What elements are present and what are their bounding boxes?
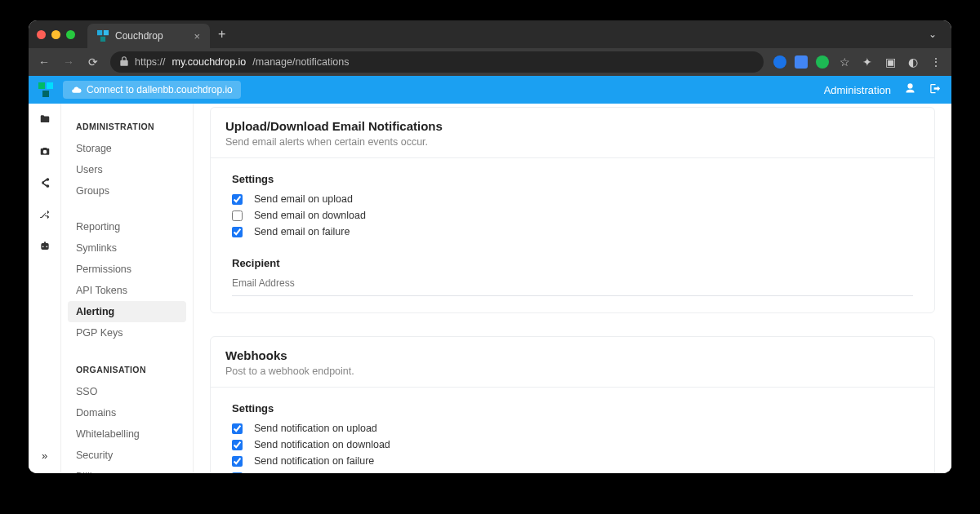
close-window-icon[interactable] xyxy=(37,30,46,39)
svg-rect-5 xyxy=(42,91,49,97)
extension-icons: ☆ ✦ ▣ ◐ ⋮ xyxy=(773,55,943,69)
browser-window: Couchdrop × + ⌄ ← → ⟳ https://my.couchdr… xyxy=(29,20,951,473)
recipient-input[interactable] xyxy=(232,274,913,296)
camera-icon[interactable] xyxy=(39,145,51,159)
webhook-option-label: Send notification on failure xyxy=(254,455,374,467)
webhook-option-label: Send notification on download xyxy=(254,439,390,450)
address-bar: ← → ⟳ https://my.couchdrop.io/manage/not… xyxy=(29,48,951,76)
email-option-checkbox[interactable] xyxy=(232,227,243,237)
url-input[interactable]: https://my.couchdrop.io/manage/notificat… xyxy=(110,51,764,73)
maximize-window-icon[interactable] xyxy=(66,30,75,39)
bookmark-icon[interactable]: ☆ xyxy=(837,55,852,69)
lock-icon xyxy=(118,55,128,69)
card-title: Webhooks xyxy=(225,348,920,362)
svg-rect-1 xyxy=(104,30,109,35)
main-content: Upload/Download Email Notifications Send… xyxy=(194,104,951,473)
connect-label: Connect to dallenbb.couchdrop.io xyxy=(87,84,233,95)
profile-icon[interactable]: ◐ xyxy=(906,55,920,69)
forward-button[interactable]: → xyxy=(61,55,76,69)
webhook-option-row: Send notification on download xyxy=(232,439,913,450)
sidebar-item-billing[interactable]: Billing xyxy=(61,466,193,473)
user-icon[interactable] xyxy=(904,82,916,97)
extension-icon[interactable] xyxy=(795,55,808,69)
webhook-option-row: Send notification on upload xyxy=(232,423,913,434)
svg-rect-2 xyxy=(100,37,105,42)
email-option-checkbox[interactable] xyxy=(232,194,243,205)
administration-link[interactable]: Administration xyxy=(824,84,891,96)
settings-heading: Settings xyxy=(232,402,913,414)
sidebar-item-reporting[interactable]: Reporting xyxy=(61,216,193,237)
webhook-option-checkbox[interactable] xyxy=(232,456,243,467)
webhook-option-row: Send notification on failure xyxy=(232,455,913,467)
svg-rect-0 xyxy=(97,30,102,35)
tab-close-icon[interactable]: × xyxy=(194,30,200,42)
sidebar-section-admin: ADMINISTRATION xyxy=(61,115,193,138)
sidebar-item-alerting[interactable]: Alerting xyxy=(68,301,186,322)
email-option-row: Send email on upload xyxy=(232,193,913,205)
sidebar-item-domains[interactable]: Domains xyxy=(61,402,193,423)
webhook-option-checkbox[interactable] xyxy=(232,440,243,450)
sidebar-item-pgp-keys[interactable]: PGP Keys xyxy=(61,322,193,343)
app-topbar: Connect to dallenbb.couchdrop.io Adminis… xyxy=(29,76,951,104)
webhook-option-label: Send notification on deletion xyxy=(254,472,382,473)
app-logo-icon[interactable] xyxy=(38,82,53,97)
card-subtitle: Send email alerts when certain events oc… xyxy=(225,136,920,148)
tab-bar: Couchdrop × + ⌄ xyxy=(29,20,951,48)
webhook-option-checkbox[interactable] xyxy=(232,423,243,434)
webhook-option-row: Send notification on deletion xyxy=(232,472,913,473)
minimize-window-icon[interactable] xyxy=(51,30,60,39)
url-scheme: https:// xyxy=(135,56,166,68)
email-option-checkbox[interactable] xyxy=(232,210,243,221)
robot-icon[interactable] xyxy=(39,241,51,255)
panel-icon[interactable]: ▣ xyxy=(883,55,898,69)
sidebar: ADMINISTRATION StorageUsersGroups Report… xyxy=(61,104,194,473)
window-controls xyxy=(37,30,75,39)
webhooks-card: Webhooks Post to a webhook endpoint. Set… xyxy=(210,336,935,473)
url-host: my.couchdrop.io xyxy=(172,56,247,68)
connect-button[interactable]: Connect to dallenbb.couchdrop.io xyxy=(63,81,241,99)
browser-tab[interactable]: Couchdrop × xyxy=(87,24,210,48)
expand-rail-icon[interactable]: » xyxy=(42,450,47,462)
app-body: » ADMINISTRATION StorageUsersGroups Repo… xyxy=(29,104,951,473)
reload-button[interactable]: ⟳ xyxy=(86,55,100,69)
email-option-row: Send email on failure xyxy=(232,226,913,237)
email-option-row: Send email on download xyxy=(232,210,913,221)
shuffle-icon[interactable] xyxy=(39,209,51,223)
card-title: Upload/Download Email Notifications xyxy=(225,119,920,133)
extension-icon[interactable] xyxy=(816,55,829,69)
sidebar-item-whitelabelling[interactable]: Whitelabelling xyxy=(61,423,193,445)
sidebar-item-security[interactable]: Security xyxy=(61,445,193,466)
sidebar-item-api-tokens[interactable]: API Tokens xyxy=(61,280,193,301)
extensions-puzzle-icon[interactable]: ✦ xyxy=(860,55,875,69)
webhook-option-label: Send notification on upload xyxy=(254,423,377,434)
extension-icon[interactable] xyxy=(773,55,786,69)
email-option-label: Send email on download xyxy=(254,210,366,221)
logout-icon[interactable] xyxy=(929,82,942,97)
webhook-option-checkbox[interactable] xyxy=(232,472,243,474)
folder-icon[interactable] xyxy=(39,113,51,127)
svg-rect-4 xyxy=(47,82,53,89)
sidebar-item-groups[interactable]: Groups xyxy=(61,180,193,202)
sidebar-item-users[interactable]: Users xyxy=(61,159,193,180)
email-option-label: Send email on failure xyxy=(254,226,350,237)
sidebar-item-storage[interactable]: Storage xyxy=(61,138,193,159)
icon-rail: » xyxy=(29,104,61,473)
sidebar-item-symlinks[interactable]: Symlinks xyxy=(61,237,193,259)
sidebar-item-sso[interactable]: SSO xyxy=(61,381,193,402)
back-button[interactable]: ← xyxy=(37,55,51,69)
card-subtitle: Post to a webhook endpoint. xyxy=(225,366,920,377)
tabs-dropdown-icon[interactable]: ⌄ xyxy=(929,29,943,40)
menu-icon[interactable]: ⋮ xyxy=(929,55,943,69)
email-option-label: Send email on upload xyxy=(254,193,353,205)
url-path: /manage/notifications xyxy=(252,56,349,68)
email-notifications-card: Upload/Download Email Notifications Send… xyxy=(210,107,935,313)
recipient-heading: Recipient xyxy=(232,257,913,269)
new-tab-button[interactable]: + xyxy=(218,27,225,42)
favicon-icon xyxy=(97,30,109,42)
share-icon[interactable] xyxy=(39,177,51,191)
sidebar-section-org: ORGANISATION xyxy=(61,358,193,381)
settings-heading: Settings xyxy=(232,173,913,185)
sidebar-item-permissions[interactable]: Permissions xyxy=(61,259,193,280)
svg-rect-3 xyxy=(38,82,45,89)
tab-title: Couchdrop xyxy=(115,30,163,42)
